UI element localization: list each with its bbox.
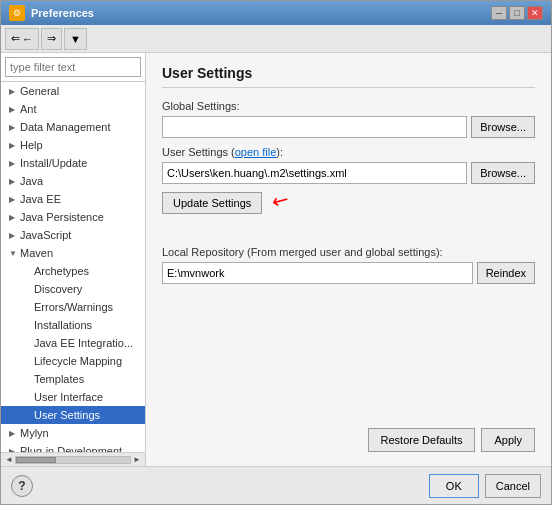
sidebar-item-label: Java EE bbox=[20, 193, 61, 205]
sidebar-item-general[interactable]: ▶General bbox=[1, 82, 145, 100]
tree-arrow-icon: ▶ bbox=[9, 429, 17, 438]
sidebar-item-label: Errors/Warnings bbox=[34, 301, 113, 313]
right-panel: User Settings Global Settings: Browse...… bbox=[146, 53, 551, 466]
reindex-button[interactable]: Reindex bbox=[477, 262, 535, 284]
local-repo-row: Reindex bbox=[162, 262, 535, 284]
tree-arrow-icon: ▶ bbox=[9, 123, 17, 132]
sidebar-item-java-ee[interactable]: ▶Java EE bbox=[1, 190, 145, 208]
tree-expanded-icon: ▼ bbox=[9, 249, 17, 258]
sidebar-item-label: Java bbox=[20, 175, 43, 187]
restore-defaults-button[interactable]: Restore Defaults bbox=[368, 428, 476, 452]
scroll-track[interactable] bbox=[15, 456, 131, 464]
tree-arrow-icon: ▶ bbox=[9, 213, 17, 222]
scroll-thumb[interactable] bbox=[16, 457, 56, 463]
local-repo-section: Local Repository (From merged user and g… bbox=[162, 246, 535, 292]
sidebar-item-discovery[interactable]: Discovery bbox=[1, 280, 145, 298]
tree-arrow-icon: ▶ bbox=[9, 159, 17, 168]
tree-arrow-icon: ▶ bbox=[9, 141, 17, 150]
cancel-button[interactable]: Cancel bbox=[485, 474, 541, 498]
sidebar-item-errors-warnings[interactable]: Errors/Warnings bbox=[1, 298, 145, 316]
open-file-link[interactable]: open file bbox=[235, 146, 277, 158]
local-repo-input[interactable] bbox=[162, 262, 473, 284]
panel-title: User Settings bbox=[162, 65, 535, 88]
global-settings-label: Global Settings: bbox=[162, 100, 535, 112]
sidebar-item-install-update[interactable]: ▶Install/Update bbox=[1, 154, 145, 172]
tree-container: ▶General▶Ant▶Data Management▶Help▶Instal… bbox=[1, 82, 145, 452]
sidebar-item-user-interface[interactable]: User Interface bbox=[1, 388, 145, 406]
bottom-bar: ? OK Cancel bbox=[1, 466, 551, 504]
sidebar-item-label: General bbox=[20, 85, 59, 97]
sidebar-item-help[interactable]: ▶Help bbox=[1, 136, 145, 154]
sidebar-item-label: Archetypes bbox=[34, 265, 89, 277]
sidebar-item-label: Installations bbox=[34, 319, 92, 331]
back-icon: ⇐ bbox=[11, 32, 20, 45]
sidebar-item-label: User Settings bbox=[34, 409, 100, 421]
window-controls: ─ □ ✕ bbox=[491, 6, 543, 20]
sidebar-item-label: Ant bbox=[20, 103, 37, 115]
sidebar-item-plug-in-development[interactable]: ▶Plug-in Development bbox=[1, 442, 145, 452]
sidebar-item-templates[interactable]: Templates bbox=[1, 370, 145, 388]
tree-arrow-icon: ▶ bbox=[9, 87, 17, 96]
global-settings-row: Browse... bbox=[162, 116, 535, 138]
sidebar-item-label: Java EE Integratio... bbox=[34, 337, 133, 349]
close-button[interactable]: ✕ bbox=[527, 6, 543, 20]
sidebar-item-data-management[interactable]: ▶Data Management bbox=[1, 118, 145, 136]
forward-icon: ⇒ bbox=[47, 32, 56, 45]
preferences-window: ⚙ Preferences ─ □ ✕ ⇐ ← ⇒ ▼ ▶Gener bbox=[0, 0, 552, 505]
local-repo-label: Local Repository (From merged user and g… bbox=[162, 246, 535, 258]
sidebar-item-mylyn[interactable]: ▶Mylyn bbox=[1, 424, 145, 442]
bottom-actions: Restore Defaults Apply bbox=[162, 422, 535, 454]
sidebar-item-label: Mylyn bbox=[20, 427, 49, 439]
sidebar-item-label: Java Persistence bbox=[20, 211, 104, 223]
titlebar: ⚙ Preferences ─ □ ✕ bbox=[1, 1, 551, 25]
sidebar-item-lifecycle-mapping[interactable]: Lifecycle Mapping bbox=[1, 352, 145, 370]
forward-button[interactable]: ⇒ bbox=[41, 28, 62, 50]
search-box bbox=[1, 53, 145, 82]
ok-button[interactable]: OK bbox=[429, 474, 479, 498]
sidebar-item-label: Discovery bbox=[34, 283, 82, 295]
help-button[interactable]: ? bbox=[11, 475, 33, 497]
sidebar-item-installations[interactable]: Installations bbox=[1, 316, 145, 334]
sidebar-item-label: Lifecycle Mapping bbox=[34, 355, 122, 367]
sidebar-item-java[interactable]: ▶Java bbox=[1, 172, 145, 190]
sidebar-item-archetypes[interactable]: Archetypes bbox=[1, 262, 145, 280]
tree-arrow-icon: ▶ bbox=[9, 195, 17, 204]
back-button[interactable]: ⇐ ← bbox=[5, 28, 39, 50]
dropdown-icon: ▼ bbox=[70, 33, 81, 45]
sidebar-item-javascript[interactable]: ▶JavaScript bbox=[1, 226, 145, 244]
user-settings-label: User Settings (open file): bbox=[162, 146, 535, 158]
sidebar-item-user-settings[interactable]: User Settings bbox=[1, 406, 145, 424]
sidebar-item-label: Maven bbox=[20, 247, 53, 259]
user-browse-button[interactable]: Browse... bbox=[471, 162, 535, 184]
dialog-buttons: OK Cancel bbox=[429, 474, 541, 498]
sidebar-item-label: Install/Update bbox=[20, 157, 87, 169]
sidebar-item-java-ee-integration[interactable]: Java EE Integratio... bbox=[1, 334, 145, 352]
sidebar-item-maven[interactable]: ▼Maven bbox=[1, 244, 145, 262]
arrow-indicator: ↙ bbox=[267, 185, 294, 214]
window-icon: ⚙ bbox=[9, 5, 25, 21]
scroll-left-arrow[interactable]: ◄ bbox=[3, 455, 15, 464]
dropdown-button[interactable]: ▼ bbox=[64, 28, 87, 50]
sidebar-item-ant[interactable]: ▶Ant bbox=[1, 100, 145, 118]
sidebar: ▶General▶Ant▶Data Management▶Help▶Instal… bbox=[1, 53, 146, 466]
apply-button[interactable]: Apply bbox=[481, 428, 535, 452]
tree-arrow-icon: ▶ bbox=[9, 105, 17, 114]
sidebar-item-label: Help bbox=[20, 139, 43, 151]
sidebar-item-label: JavaScript bbox=[20, 229, 71, 241]
user-settings-input[interactable] bbox=[162, 162, 467, 184]
global-settings-input[interactable] bbox=[162, 116, 467, 138]
user-settings-row: Browse... bbox=[162, 162, 535, 184]
sidebar-item-label: Plug-in Development bbox=[20, 445, 122, 452]
search-input[interactable] bbox=[5, 57, 141, 77]
maximize-button[interactable]: □ bbox=[509, 6, 525, 20]
global-browse-button[interactable]: Browse... bbox=[471, 116, 535, 138]
toolbar: ⇐ ← ⇒ ▼ bbox=[1, 25, 551, 53]
sidebar-item-java-persistence[interactable]: ▶Java Persistence bbox=[1, 208, 145, 226]
horizontal-scrollbar[interactable]: ◄ ► bbox=[1, 452, 145, 466]
tree-arrow-icon: ▶ bbox=[9, 177, 17, 186]
window-title: Preferences bbox=[31, 7, 485, 19]
main-content: ▶General▶Ant▶Data Management▶Help▶Instal… bbox=[1, 53, 551, 466]
scroll-right-arrow[interactable]: ► bbox=[131, 455, 143, 464]
update-settings-button[interactable]: Update Settings bbox=[162, 192, 262, 214]
minimize-button[interactable]: ─ bbox=[491, 6, 507, 20]
